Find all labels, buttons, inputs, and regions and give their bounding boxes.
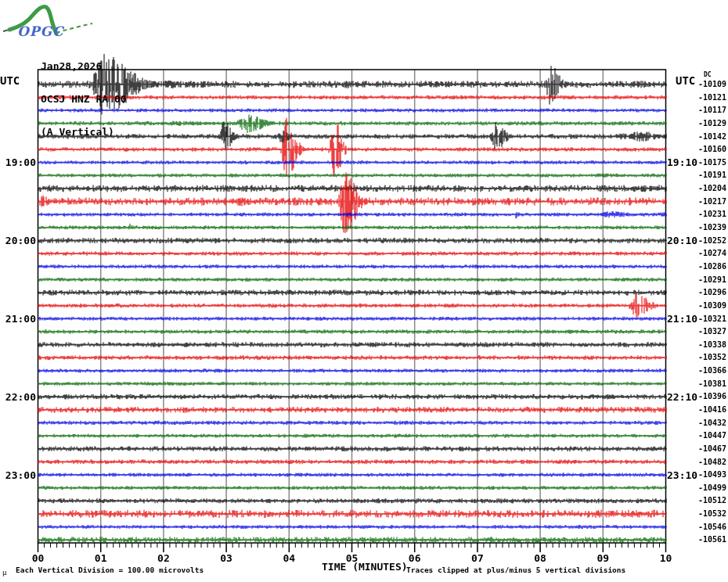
hour-label-right: 21:10 [667,313,697,325]
dc-value: -10191 [698,171,726,179]
micro-glyph: µ [2,569,6,577]
dc-value: -10338 [698,340,726,349]
hour-label-right: 19:10 [667,156,697,168]
plot-header: Jan28,2026 OCSJ HNZ RA 00 (A Vertical) [41,39,127,160]
dc-value: -10432 [698,419,726,427]
logo-text: OPGC [17,23,65,39]
dc-value: -10274 [698,249,726,257]
hour-label-right: 23:10 [667,469,697,481]
hour-label-left: 21:00 [0,313,36,325]
hour-label-left: 23:00 [0,469,36,481]
clip-note: Traces clipped at plus/minus 5 vertical … [406,566,625,574]
utc-label-left: UTC [0,74,20,87]
dc-value: -10352 [698,353,726,361]
dc-value: -10321 [698,314,726,323]
hour-label-left: 19:00 [0,156,36,168]
helicorder-page: OPGC Jan28,2026 OCSJ HNZ RA 00 (A Vertic… [0,0,728,582]
hour-label-right: 20:10 [667,235,697,246]
x-tick-label: 10 [655,552,677,564]
vertical-scale-note: Each Vertical Division = 100.00 microvol… [16,566,204,574]
dc-value: -10512 [698,496,726,505]
dc-value: -10239 [698,223,726,232]
x-axis-title: TIME (MINUTES) [322,561,408,573]
dc-value: -10416 [698,405,726,414]
dc-value: -10493 [698,470,726,479]
opgc-logo: OPGC [2,2,96,42]
dc-value: -10396 [698,392,726,401]
dc-value: -10447 [698,431,726,440]
dc-value: -10129 [698,119,726,128]
dc-value: -10286 [698,262,726,271]
dc-value: -10291 [698,275,726,284]
dc-value: -10117 [698,106,726,114]
dc-value: -10142 [698,132,726,141]
dc-value: -10467 [698,444,726,453]
dc-value: -10252 [698,236,726,245]
dc-value: -10121 [698,93,726,102]
dc-value: -10561 [698,535,726,544]
hour-label-right: 22:10 [667,391,697,403]
x-tick-label: 01 [90,552,112,564]
x-tick-label: 03 [215,552,237,564]
dc-value: -10296 [698,288,726,296]
dc-value: -10231 [698,210,726,218]
dc-column-label: DC [704,71,712,78]
dc-value: -10532 [698,509,726,518]
utc-label-right: UTC [676,74,695,87]
dc-value: -10160 [698,145,726,153]
hour-label-left: 20:00 [0,235,36,246]
header-date: Jan28,2026 [41,61,127,72]
dc-value: -10482 [698,458,726,466]
dc-value: -10204 [698,184,726,192]
dc-value: -10327 [698,327,726,336]
dc-value: -10499 [698,483,726,492]
header-component: (A Vertical) [41,127,127,138]
header-station: OCSJ HNZ RA 00 [41,94,127,105]
x-tick-label: 04 [278,552,300,564]
dc-value: -10109 [698,80,726,88]
x-tick-label: 09 [592,552,614,564]
dc-value: -10309 [698,301,726,310]
hour-label-left: 22:00 [0,391,36,403]
dc-value: -10217 [698,197,726,206]
x-tick-label: 08 [529,552,551,564]
dc-value: -10381 [698,379,726,388]
dc-value: -10366 [698,366,726,375]
x-tick-label: 02 [153,552,175,564]
x-tick-label: 00 [27,552,49,564]
dc-value: -10546 [698,523,726,531]
x-tick-label: 07 [467,552,488,564]
dc-value: -10175 [698,158,726,167]
